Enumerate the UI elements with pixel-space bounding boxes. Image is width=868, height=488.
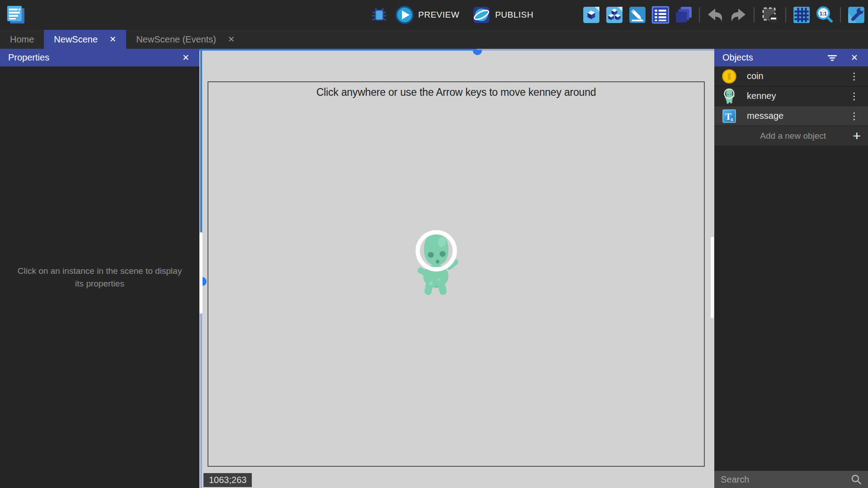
filter-icon[interactable] [827,54,837,61]
preview-publish-group: PREVIEW PUBLISH [371,0,533,30]
zoom-original-icon[interactable]: 1:1 [816,6,834,24]
preview-label: PREVIEW [418,10,459,20]
canvas-scrollbar-left[interactable] [199,232,203,314]
kenney-icon [722,89,737,104]
toolbar-divider [785,7,786,23]
properties-header: Properties ✕ [0,49,199,66]
object-name: coin [747,71,764,81]
objects-panel: Objects ✕ coin ⋮ [714,49,868,488]
instances-list-icon[interactable] [651,6,670,24]
project-manager-icon[interactable] [5,4,27,26]
close-tab-icon[interactable]: ✕ [109,34,116,44]
canvas-scrollbar-right[interactable] [711,237,714,318]
close-tab-icon[interactable]: ✕ [228,34,235,44]
top-toolbar: PREVIEW PUBLISH [0,0,868,30]
object-name: kenney [747,91,776,101]
add-object-label: Add a new object [722,131,853,141]
scene-hint-text[interactable]: Click anywhere or use the Arrow keys to … [208,86,704,99]
redo-icon[interactable] [729,6,747,24]
toolbar-divider [699,7,700,23]
zoom-ratio-label: 1:1 [820,11,827,16]
add-object-button[interactable]: Add a new object + [714,126,868,145]
tab-newscene-events[interactable]: NewScene (Events) ✕ [126,30,245,49]
object-group-icon[interactable] [605,6,623,24]
undo-icon[interactable] [706,6,724,24]
tab-bar: Home NewScene ✕ NewScene (Events) ✕ [0,30,868,49]
object-row-message[interactable]: T x message ⋮ [714,106,868,126]
resize-handle-top[interactable] [473,50,482,55]
search-icon [851,474,862,485]
deselect-icon[interactable] [761,6,779,24]
object-icon[interactable] [582,6,600,24]
publish-label: PUBLISH [495,10,533,20]
preview-button[interactable]: PREVIEW [395,5,459,24]
tab-newscene[interactable]: NewScene ✕ [44,30,126,49]
plus-icon[interactable]: + [853,129,861,143]
objects-header: Objects ✕ [714,49,868,66]
object-menu-icon[interactable]: ⋮ [848,91,861,102]
scene-canvas[interactable]: Click anywhere or use the Arrow keys to … [199,49,714,488]
search-input[interactable] [721,474,851,485]
text-object-icon: T x [722,108,737,124]
close-icon[interactable]: ✕ [849,52,860,63]
edit-scene-icon[interactable] [628,6,646,24]
coin-icon [722,69,737,84]
text-icon-x: x [731,116,733,122]
object-menu-icon[interactable]: ⋮ [848,111,861,122]
cursor-coordinates: 1063;263 [203,473,252,487]
grid-icon[interactable] [793,6,811,24]
debugger-icon[interactable] [371,6,388,23]
scene-settings-icon[interactable] [847,6,865,24]
tab-home[interactable]: Home [0,30,44,49]
properties-panel: Properties ✕ Click on an instance in the… [0,49,199,488]
toolbar-divider [840,7,841,23]
close-icon[interactable]: ✕ [180,52,191,63]
properties-title: Properties [8,52,49,63]
layers-icon[interactable] [675,6,693,24]
scene-toolbar-icons: 1:1 [582,0,865,30]
preview-play-icon [395,5,414,24]
properties-empty-message: Click on an instance in the scene to dis… [0,66,199,488]
object-row-coin[interactable]: coin ⋮ [714,66,868,86]
object-menu-icon[interactable]: ⋮ [848,71,861,82]
objects-list: coin ⋮ kenney [714,66,868,126]
publish-button[interactable]: PUBLISH [472,5,533,24]
canvas-selection-top-border [199,49,714,51]
objects-title: Objects [722,52,753,63]
objects-search-bar [714,471,868,488]
object-row-kenney[interactable]: kenney ⋮ [714,86,868,106]
kenney-instance[interactable] [408,229,464,298]
object-name: message [747,111,783,121]
toolbar-divider [754,7,755,23]
publish-globe-icon [472,5,491,24]
